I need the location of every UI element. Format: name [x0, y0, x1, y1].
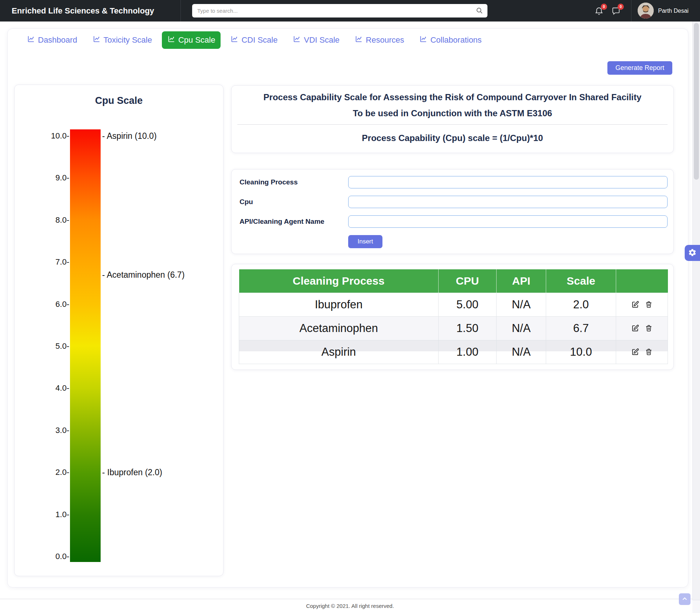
messages-badge: 0	[618, 4, 624, 10]
edit-row-button[interactable]	[631, 348, 639, 357]
delete-row-button[interactable]	[645, 324, 653, 333]
axis-tick-label: 1.0-	[15, 510, 69, 519]
axis-tick-label: 0.0-	[15, 552, 69, 561]
cell-actions	[616, 316, 668, 340]
process-capability-info-card: Process Capability Scale for Assessing t…	[231, 85, 674, 153]
chart-title: Cpu Scale	[15, 95, 223, 106]
nav-tabs: DashboardToxicity ScaleCpu ScaleCDI Scal…	[22, 31, 487, 49]
avatar[interactable]	[638, 3, 654, 19]
axis-tick-label: 9.0-	[15, 173, 69, 183]
field-label-cpu: Cpu	[240, 196, 346, 208]
generate-report-button[interactable]: Generate Report	[607, 61, 672, 75]
edit-icon	[631, 304, 639, 310]
settings-button[interactable]	[685, 245, 700, 261]
tab-cpu-scale[interactable]: Cpu Scale	[162, 31, 221, 49]
info-title-line2: To be used in Conjunction with the ASTM …	[232, 108, 673, 118]
column-header-cleaning-process: Cleaning Process	[239, 269, 439, 293]
info-formula: Process Capability (Cpu) scale = (1/Cpu)…	[232, 133, 673, 143]
chart-marker-aspirin: - Aspirin (10.0)	[102, 131, 157, 141]
table-row-acetaminophen: Acetaminophen1.50N/A6.7	[239, 316, 668, 340]
cell-api: N/A	[497, 340, 546, 364]
search-input[interactable]	[192, 4, 487, 17]
insert-record-form-card: Insert Cleaning ProcessCpuAPI/Cleaning A…	[231, 169, 674, 254]
chart-line-icon	[167, 35, 175, 45]
tab-vdi-scale[interactable]: VDI Scale	[287, 31, 345, 49]
edit-row-button[interactable]	[631, 324, 639, 333]
chart-line-icon	[27, 35, 35, 45]
records-table-card: Cleaning ProcessCPUAPIScale Ibuprofen5.0…	[231, 264, 674, 370]
cell-actions	[616, 293, 668, 316]
axis-tick-label: 10.0-	[15, 131, 69, 141]
chart-marker-acetaminophen: - Acetaminophen (6.7)	[102, 270, 184, 280]
insert-button[interactable]: Insert	[348, 235, 382, 248]
search-icon[interactable]	[474, 6, 485, 16]
page-scrollbar[interactable]	[692, 22, 700, 613]
cpu-scale-chart-card: Cpu Scale 10.0-9.0-8.0-7.0-6.0-5.0-4.0-3…	[14, 85, 223, 576]
trash-icon	[645, 352, 653, 357]
axis-tick-label: 4.0-	[15, 383, 69, 393]
tab-label: Resources	[366, 35, 404, 45]
trash-icon	[645, 304, 653, 310]
axis-tick-label: 5.0-	[15, 341, 69, 351]
edit-icon	[631, 328, 639, 333]
cell-api: N/A	[497, 316, 546, 340]
delete-row-button[interactable]	[645, 348, 653, 357]
search-bar	[192, 4, 487, 17]
user-name: Parth Desai	[658, 0, 689, 22]
tab-resources[interactable]: Resources	[349, 31, 409, 49]
tab-cdi-scale[interactable]: CDI Scale	[225, 31, 283, 49]
chat-icon	[611, 11, 621, 16]
axis-tick-label: 7.0-	[15, 257, 69, 267]
cell-scale: 6.7	[546, 316, 616, 340]
chart-line-icon	[419, 35, 427, 45]
tab-toxicity-scale[interactable]: Toxicity Scale	[87, 31, 158, 49]
chart-line-icon	[355, 35, 363, 45]
cell-scale: 2.0	[546, 293, 616, 316]
notifications-button[interactable]: 0	[593, 5, 605, 17]
cell-actions	[616, 340, 668, 364]
axis-tick-label: 2.0-	[15, 468, 69, 477]
delete-row-button[interactable]	[645, 300, 653, 310]
column-header-api: API	[497, 269, 546, 293]
chart-line-icon	[293, 35, 301, 45]
header-divider-right	[631, 0, 631, 22]
tab-dashboard[interactable]: Dashboard	[22, 31, 83, 49]
tab-label: CDI Scale	[241, 35, 277, 45]
field-label-cleaning-process: Cleaning Process	[240, 176, 346, 188]
tab-label: Collaborations	[430, 35, 482, 45]
tab-label: VDI Scale	[304, 35, 339, 45]
field-input-cleaning-process[interactable]	[348, 176, 668, 188]
footer-divider	[0, 599, 700, 599]
field-input-api-cleaning-agent-name[interactable]	[348, 215, 668, 228]
cell-scale: 10.0	[546, 340, 616, 364]
table-row-aspirin: Aspirin1.00N/A10.0	[239, 340, 668, 364]
cell-cleaning-process: Aspirin	[239, 340, 439, 364]
field-label-api-cleaning-agent-name: API/Cleaning Agent Name	[240, 215, 346, 228]
scrollbar-thumb[interactable]	[694, 23, 699, 180]
tab-label: Dashboard	[38, 35, 77, 45]
app-title: Enriched Life Sciences & Technology	[12, 0, 154, 22]
chart-line-icon	[230, 35, 238, 45]
messages-button[interactable]: 0	[610, 5, 622, 17]
edit-row-button[interactable]	[631, 300, 639, 310]
notifications-badge: 0	[601, 4, 607, 10]
column-header-actions	[616, 269, 668, 293]
column-header-scale: Scale	[546, 269, 616, 293]
table-header-row: Cleaning ProcessCPUAPIScale	[239, 269, 668, 293]
axis-tick-label: 3.0-	[15, 426, 69, 435]
top-header-bar: Enriched Life Sciences & Technology 0 0	[0, 0, 700, 22]
column-header-cpu: CPU	[439, 269, 497, 293]
gear-icon	[688, 248, 697, 258]
table-row-ibuprofen: Ibuprofen5.00N/A2.0	[239, 293, 668, 316]
footer-copyright: Copyright © 2021. All right reserved.	[0, 603, 700, 609]
axis-tick-label: 8.0-	[15, 215, 69, 225]
scroll-to-top-button[interactable]	[679, 593, 691, 605]
cell-cpu: 1.50	[439, 316, 497, 340]
cell-cpu: 1.00	[439, 340, 497, 364]
header-divider	[180, 0, 181, 22]
tab-label: Toxicity Scale	[104, 35, 152, 45]
field-input-cpu[interactable]	[348, 196, 668, 208]
scrollbar-corner	[692, 600, 700, 613]
cell-cpu: 5.00	[439, 293, 497, 316]
tab-collaborations[interactable]: Collaborations	[414, 31, 487, 49]
